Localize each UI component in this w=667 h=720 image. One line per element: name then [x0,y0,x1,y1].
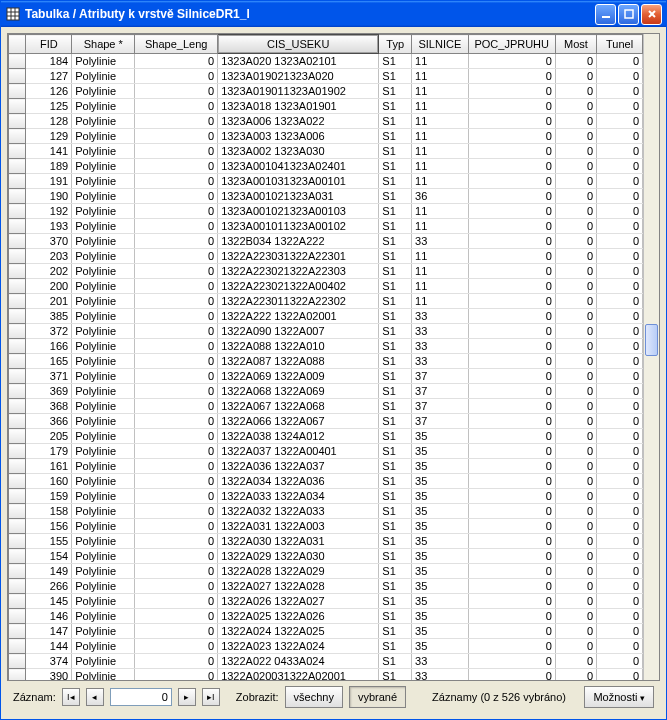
cell[interactable]: 11 [412,99,469,114]
cell[interactable]: Polylinie [72,564,135,579]
cell[interactable]: 0 [468,654,555,669]
cell[interactable]: 0 [597,309,643,324]
cell[interactable]: 1322A022 0433A024 [218,654,379,669]
cell[interactable]: 0 [555,429,596,444]
cell[interactable]: S1 [379,204,412,219]
cell[interactable]: Polylinie [72,174,135,189]
cell[interactable]: 0 [555,159,596,174]
cell[interactable]: 1322A034 1322A036 [218,474,379,489]
cell[interactable]: Polylinie [72,654,135,669]
table-row[interactable]: 146Polylinie01322A025 1322A026S135000 [9,609,643,624]
cell[interactable]: 372 [26,324,72,339]
cell[interactable]: 0 [555,234,596,249]
cell[interactable]: 1322A030 1322A031 [218,534,379,549]
cell[interactable]: 35 [412,489,469,504]
column-header-row[interactable] [9,35,26,54]
cell[interactable]: 0 [135,99,218,114]
cell[interactable]: Polylinie [72,219,135,234]
column-header-Tunel[interactable]: Tunel [597,35,643,54]
cell[interactable]: 1322A026 1322A027 [218,594,379,609]
cell[interactable]: Polylinie [72,69,135,84]
cell[interactable]: 202 [26,264,72,279]
cell[interactable]: S1 [379,534,412,549]
table-row[interactable]: 166Polylinie01322A088 1322A010S133000 [9,339,643,354]
cell[interactable]: 0 [468,489,555,504]
row-header[interactable] [9,519,26,534]
cell[interactable]: 1322A023 1322A024 [218,639,379,654]
table-row[interactable]: 202Polylinie01322A223021322A22303S111000 [9,264,643,279]
cell[interactable]: 0 [135,564,218,579]
cell[interactable]: 0 [597,504,643,519]
cell[interactable]: 0 [135,669,218,681]
cell[interactable]: 0 [135,204,218,219]
cell[interactable]: 266 [26,579,72,594]
options-button[interactable]: Možnosti [584,686,654,708]
column-header-POC_JPRUHU[interactable]: POC_JPRUHU [468,35,555,54]
cell[interactable]: 0 [135,159,218,174]
cell[interactable]: 0 [468,594,555,609]
cell[interactable]: 0 [597,654,643,669]
cell[interactable]: S1 [379,264,412,279]
table-row[interactable]: 203Polylinie01322A223031322A22301S111000 [9,249,643,264]
cell[interactable]: S1 [379,489,412,504]
cell[interactable]: 0 [597,399,643,414]
cell[interactable]: 0 [135,609,218,624]
cell[interactable]: S1 [379,639,412,654]
cell[interactable]: 11 [412,144,469,159]
cell[interactable]: Polylinie [72,504,135,519]
cell[interactable]: S1 [379,99,412,114]
table-row[interactable]: 128Polylinie01323A006 1323A022S111000 [9,114,643,129]
cell[interactable]: 385 [26,309,72,324]
row-header[interactable] [9,249,26,264]
cell[interactable]: S1 [379,624,412,639]
cell[interactable]: 144 [26,639,72,654]
row-header[interactable] [9,219,26,234]
cell[interactable]: S1 [379,669,412,681]
cell[interactable]: 0 [135,249,218,264]
cell[interactable]: S1 [379,309,412,324]
cell[interactable]: 0 [555,114,596,129]
cell[interactable]: Polylinie [72,159,135,174]
cell[interactable]: 11 [412,204,469,219]
cell[interactable]: 0 [135,129,218,144]
cell[interactable]: S1 [379,519,412,534]
cell[interactable]: 0 [597,84,643,99]
cell[interactable]: S1 [379,594,412,609]
row-header[interactable] [9,579,26,594]
cell[interactable]: S1 [379,399,412,414]
cell[interactable]: 0 [468,54,555,69]
column-header-CIS_USEKU[interactable]: CIS_USEKU [218,35,379,54]
cell[interactable]: 0 [135,429,218,444]
row-header[interactable] [9,369,26,384]
cell[interactable]: 0 [597,564,643,579]
cell[interactable]: 35 [412,579,469,594]
cell[interactable]: 128 [26,114,72,129]
cell[interactable]: 0 [135,519,218,534]
cell[interactable]: 149 [26,564,72,579]
cell[interactable]: 0 [135,474,218,489]
cell[interactable]: S1 [379,54,412,69]
cell[interactable]: 0 [468,399,555,414]
cell[interactable]: 0 [135,189,218,204]
column-header-SILNICE[interactable]: SILNICE [412,35,469,54]
cell[interactable]: 0 [135,489,218,504]
cell[interactable]: Polylinie [72,414,135,429]
cell[interactable]: Polylinie [72,384,135,399]
cell[interactable]: 11 [412,279,469,294]
cell[interactable]: S1 [379,504,412,519]
cell[interactable]: 0 [555,654,596,669]
cell[interactable]: 0 [468,474,555,489]
cell[interactable]: 35 [412,444,469,459]
cell[interactable]: 0 [135,339,218,354]
cell[interactable]: S1 [379,459,412,474]
cell[interactable]: 158 [26,504,72,519]
cell[interactable]: 0 [597,279,643,294]
cell[interactable]: 166 [26,339,72,354]
cell[interactable]: 0 [597,99,643,114]
cell[interactable]: 11 [412,294,469,309]
cell[interactable]: 0 [468,579,555,594]
row-header[interactable] [9,294,26,309]
cell[interactable]: 0 [555,669,596,681]
cell[interactable]: 205 [26,429,72,444]
cell[interactable]: S1 [379,369,412,384]
